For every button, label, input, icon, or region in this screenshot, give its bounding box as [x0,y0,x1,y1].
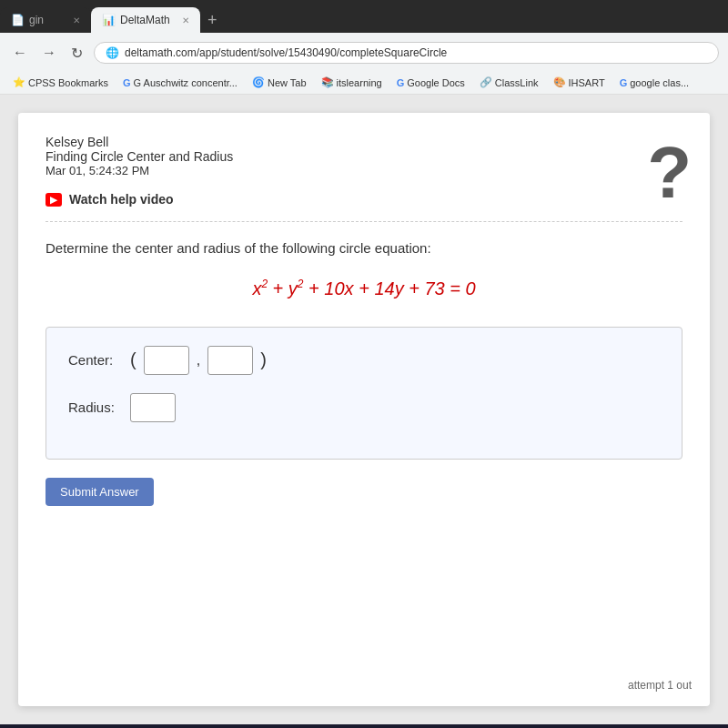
url-field[interactable]: 🌐 deltamath.com/app/student/solve/154304… [94,42,719,64]
bookmark-gdocs-icon: G [397,77,405,88]
paren-open: ( [130,349,136,370]
refresh-button[interactable]: ↻ [67,43,86,64]
taskbar: 🏠 🔍 📁 ⚙ 🌐 ✉ 📷 🎵 ⏰ [0,724,728,728]
bookmark-googleclas-label: google clas... [630,77,689,88]
radius-input[interactable] [130,393,176,422]
equation-text: x2 + y2 + 10x + 14y + 73 = 0 [252,278,475,298]
center-label: Center: [68,352,123,368]
bookmark-auschwitz-label: G Auschwitz concentr... [134,77,238,88]
radius-row: Radius: [68,393,660,422]
bookmark-cpss-icon: ⭐ [13,76,25,88]
tab-2-close[interactable]: ✕ [182,15,189,25]
bookmark-cpss-label: CPSS Bookmarks [28,77,108,88]
page-content: ? Kelsey Bell Finding Circle Center and … [0,95,728,724]
problem-title: Finding Circle Center and Radius [46,149,682,164]
bookmark-classlink[interactable]: 🔗 ClassLink [474,75,544,90]
bookmark-newtab[interactable]: 🌀 New Tab [247,75,312,90]
problem-statement: Determine the center and radius of the f… [46,240,682,256]
back-button[interactable]: ← [9,43,31,63]
youtube-icon: ▶ [46,193,62,207]
watch-help-text: Watch help video [69,192,174,207]
bookmarks-bar: ⭐ CPSS Bookmarks G G Auschwitz concentr.… [0,73,728,95]
bookmark-auschwitz-icon: G [123,77,131,88]
bookmark-classlink-label: ClassLink [495,77,539,88]
tab-1-favicon: 📄 [11,14,24,26]
bookmark-gdocs-label: Google Docs [407,77,465,88]
answer-area: Center: ( , ) Radius: [46,327,682,460]
tab-1[interactable]: 📄 gin ✕ [0,7,91,33]
bookmark-itslearning-label: itslearning [337,77,382,88]
bookmark-cpss[interactable]: ⭐ CPSS Bookmarks [7,75,114,90]
question-mark-decoration: ? [647,131,692,215]
bookmark-newtab-label: New Tab [268,77,307,88]
bookmark-ihsart-label: IHSART [569,77,605,88]
center-row: Center: ( , ) [68,346,660,375]
radius-label: Radius: [68,399,123,415]
bookmark-googleclas[interactable]: G google clas... [614,76,694,90]
tab-2[interactable]: 📊 DeltaMath ✕ [91,7,200,33]
center-y-input[interactable] [207,346,253,375]
bookmark-gdocs[interactable]: G Google Docs [391,76,470,90]
user-info: Kelsey Bell Finding Circle Center and Ra… [46,135,682,177]
section-divider [46,221,682,222]
submit-button[interactable]: Submit Answer [46,478,154,506]
paren-close: ) [260,349,267,370]
user-name: Kelsey Bell [46,135,682,149]
attempt-text: attempt 1 out [628,679,692,692]
bookmark-newtab-icon: 🌀 [252,76,265,88]
tab-2-favicon: 📊 [102,14,115,26]
bookmark-ihsart-icon: 🎨 [553,76,566,88]
comma-separator: , [197,352,200,369]
browser-chrome: 📄 gin ✕ 📊 DeltaMath ✕ + ← → ↻ 🌐 deltamat… [0,0,728,95]
bookmark-auschwitz[interactable]: G G Auschwitz concentr... [117,76,243,90]
address-bar: ← → ↻ 🌐 deltamath.com/app/student/solve/… [0,33,728,73]
math-equation: x2 + y2 + 10x + 14y + 73 = 0 [46,278,682,299]
tab-bar: 📄 gin ✕ 📊 DeltaMath ✕ + [0,0,728,33]
center-x-input[interactable] [144,346,189,375]
tab-1-close[interactable]: ✕ [73,15,80,25]
main-card: ? Kelsey Bell Finding Circle Center and … [18,113,710,706]
forward-button[interactable]: → [38,43,60,63]
bookmark-classlink-icon: 🔗 [480,76,492,88]
bookmark-googleclas-icon: G [620,77,628,88]
tab-1-label: gin [29,14,44,26]
tab-2-label: DeltaMath [120,14,170,26]
bookmark-itslearning-icon: 📚 [321,76,334,88]
watch-help-section[interactable]: ▶ Watch help video [46,192,682,207]
new-tab-button[interactable]: + [200,7,225,33]
bookmark-ihsart[interactable]: 🎨 IHSART [548,75,611,90]
url-favicon: 🌐 [106,46,119,59]
bookmark-itslearning[interactable]: 📚 itslearning [316,75,388,90]
timestamp: Mar 01, 5:24:32 PM [46,164,682,177]
url-text: deltamath.com/app/student/solve/15430490… [125,46,447,59]
